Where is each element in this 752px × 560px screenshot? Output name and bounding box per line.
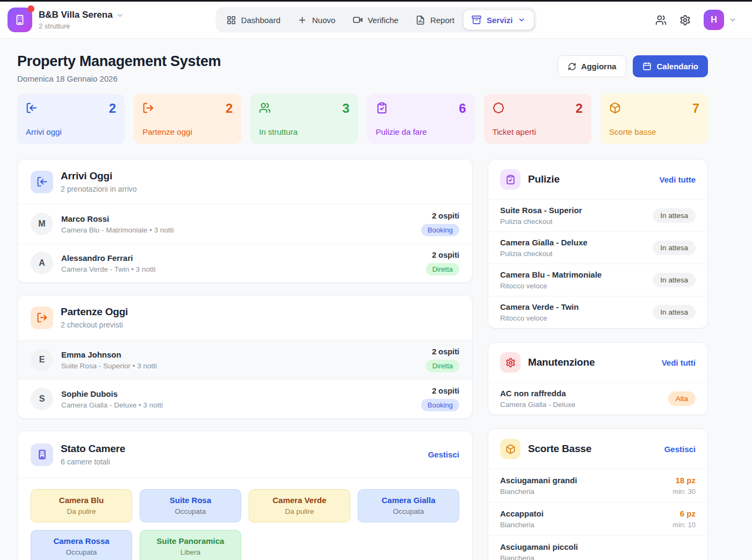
room-name: Camera Rossa xyxy=(35,536,127,546)
inventory-row[interactable]: Accappatoi Biancheria 6 pz min: 10 xyxy=(488,502,707,535)
guest-name: Alessandro Ferrari xyxy=(61,253,156,263)
departure-row[interactable]: E Emma Johnson Suite Rosa - Superior • 3… xyxy=(18,340,472,379)
nav-report[interactable]: Report xyxy=(408,10,462,30)
card-title: Pulizie xyxy=(528,173,560,185)
task-detail: Camera Gialla - Deluxe xyxy=(500,401,575,409)
rooms-card: Stato Camere 6 camere totali Gestisci Ca… xyxy=(17,431,473,560)
stat-arrivi-oggi[interactable]: 2 Arrivi oggi xyxy=(17,94,125,144)
building-icon xyxy=(14,14,26,26)
nav-verifiche-label: Verifiche xyxy=(367,16,399,25)
cleaning-row[interactable]: Camera Gialla - Deluxe Pulizia checkout … xyxy=(488,231,707,264)
main-content: Arrivi Oggi 2 prenotazioni in arrivo M M… xyxy=(0,144,752,560)
log-in-icon xyxy=(26,102,38,114)
refresh-button[interactable]: Aggiorna xyxy=(558,55,627,77)
cleaning-view-all-link[interactable]: Vedi tutte xyxy=(659,175,696,184)
task-title: Suite Rosa - Superior xyxy=(500,206,582,215)
stat-label: Arrivi oggi xyxy=(26,127,116,136)
arrival-row[interactable]: A Alessandro Ferrari Camera Verde - Twin… xyxy=(18,243,472,282)
arrival-row[interactable]: M Marco Rossi Camera Blu - Matrimoniale … xyxy=(18,204,472,243)
stat-pulizie-da-fare[interactable]: 6 Pulizie da fare xyxy=(367,94,475,144)
card-title: Scorte Basse xyxy=(528,443,591,455)
rooms-manage-link[interactable]: Gestisci xyxy=(428,450,459,459)
stat-label: Scorte basse xyxy=(609,127,699,136)
stat-label: Partenze oggi xyxy=(142,127,233,136)
room-tile[interactable]: Camera Verde Da pulire xyxy=(249,489,350,522)
page-date: Domenica 18 Gennaio 2026 xyxy=(17,74,221,83)
item-quantity: 18 pz xyxy=(673,476,696,485)
room-name: Suite Rosa xyxy=(144,496,236,505)
room-tile[interactable]: Camera Blu Da pulire xyxy=(31,489,132,522)
room-tile[interactable]: Suite Panoramica Libera xyxy=(140,530,241,560)
cleaning-row[interactable]: Camera Verde - Twin Ritocco veloce In at… xyxy=(488,296,707,328)
calendar-button[interactable]: Calendario xyxy=(633,55,708,77)
inventory-row[interactable]: Asciugamani piccoli Biancheria xyxy=(488,535,707,560)
status-badge: In attesa xyxy=(653,273,696,287)
plus-icon xyxy=(298,15,307,25)
users-icon xyxy=(259,102,271,114)
item-quantity: 6 pz xyxy=(673,509,696,518)
task-detail: Pulizia checkout xyxy=(500,217,582,226)
cleaning-row[interactable]: Suite Rosa - Superior Pulizia checkout I… xyxy=(488,199,707,231)
inventory-manage-link[interactable]: Gestisci xyxy=(664,445,696,454)
maintenance-view-all-link[interactable]: Vedi tutti xyxy=(662,358,696,367)
nav-nuovo-label: Nuovo xyxy=(312,16,335,25)
chevron-down-icon[interactable] xyxy=(116,11,124,19)
room-tiles: Camera Blu Da pulire Suite Rosa Occupata… xyxy=(18,478,472,560)
stat-label: Pulizie da fare xyxy=(376,127,466,136)
gear-icon[interactable] xyxy=(679,14,691,26)
room-tile[interactable]: Camera Rossa Occupata xyxy=(31,530,132,560)
nav-nuovo[interactable]: Nuovo xyxy=(290,10,343,30)
stat-value: 2 xyxy=(575,102,582,115)
nav-verifiche[interactable]: Verifiche xyxy=(344,10,407,30)
task-title: AC non raffredda xyxy=(500,389,575,398)
stat-scorte-basse[interactable]: 7 Scorte basse xyxy=(601,94,708,144)
stat-value: 7 xyxy=(692,102,699,115)
item-minimum: min: 10 xyxy=(673,521,696,529)
cleaning-row[interactable]: Camera Blu - Matrimoniale Ritocco veloce… xyxy=(488,264,707,296)
guest-detail: Camera Blu - Matrimoniale • 3 notti xyxy=(61,226,174,234)
stat-ticket-aperti[interactable]: 2 Ticket aperti xyxy=(484,94,591,144)
item-name: Accappatoi xyxy=(500,509,544,518)
stat-label: In struttura xyxy=(259,127,349,136)
guest-avatar: E xyxy=(31,348,53,371)
stat-value: 6 xyxy=(459,102,466,115)
refresh-button-label: Aggiorna xyxy=(581,62,617,71)
maintenance-card: Manutenzione Vedi tutti AC non raffredda… xyxy=(488,342,708,415)
room-tile[interactable]: Suite Rosa Occupata xyxy=(140,489,241,522)
video-icon xyxy=(352,15,363,25)
users-icon[interactable] xyxy=(655,14,667,26)
stat-value: 2 xyxy=(109,102,116,115)
item-minimum: min: 30 xyxy=(673,488,696,496)
box-icon xyxy=(609,102,621,114)
stat-in-struttura[interactable]: 3 In struttura xyxy=(250,94,358,144)
inventory-row[interactable]: Asciugamani grandi Biancheria 18 pz min:… xyxy=(488,469,707,502)
box-icon xyxy=(500,439,520,459)
card-subtitle: 2 prenotazioni in arrivo xyxy=(61,185,137,193)
room-status: Libera xyxy=(144,548,236,556)
stats-row: 2 Arrivi oggi 2 Partenze oggi 3 In strut… xyxy=(0,94,752,144)
chevron-down-icon[interactable] xyxy=(728,16,737,24)
status-badge: In attesa xyxy=(653,208,696,223)
nav-servizi[interactable]: Servizi xyxy=(464,10,533,30)
room-status: Occupata xyxy=(35,548,127,556)
app-logo[interactable] xyxy=(8,8,32,32)
refresh-icon xyxy=(568,62,576,71)
avatar[interactable]: H xyxy=(704,10,724,30)
guest-count: 2 ospiti xyxy=(426,347,459,356)
item-category: Biancheria xyxy=(500,554,578,560)
stat-partenze-oggi[interactable]: 2 Partenze oggi xyxy=(134,94,241,144)
nav-dashboard[interactable]: Dashboard xyxy=(219,10,288,30)
building-icon xyxy=(31,443,53,466)
status-badge: In attesa xyxy=(653,305,696,319)
badge-seal-icon xyxy=(493,102,504,114)
inventory-card: Scorte Basse Gestisci Asciugamani grandi… xyxy=(488,428,708,560)
room-status: Occupata xyxy=(363,507,454,515)
task-detail: Ritocco veloce xyxy=(500,282,602,290)
maintenance-row[interactable]: AC non raffredda Camera Gialla - Deluxe … xyxy=(488,382,707,414)
card-subtitle: 6 camere totali xyxy=(61,457,125,466)
status-badge: In attesa xyxy=(653,241,696,255)
departure-row[interactable]: S Sophie Dubois Camera Gialla - Deluxe •… xyxy=(18,379,472,418)
room-tile[interactable]: Camera Gialla Occupata xyxy=(358,489,459,522)
notification-dot xyxy=(27,5,34,12)
page-header: Property Management System Domenica 18 G… xyxy=(0,39,752,94)
